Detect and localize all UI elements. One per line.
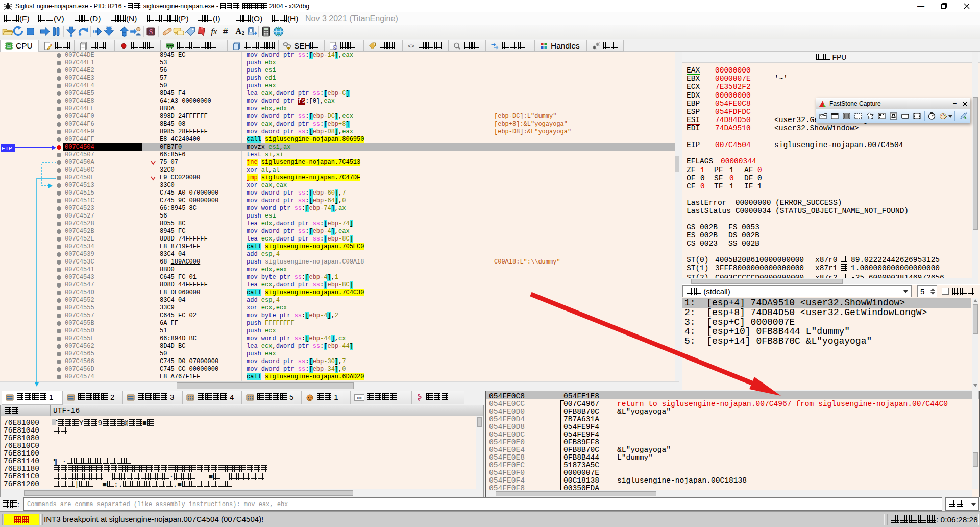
svg-text:x=: x= [357, 395, 362, 400]
svg-text:2: 2 [242, 30, 244, 36]
svg-text:!: ! [288, 47, 289, 50]
svg-text:?: ? [599, 42, 600, 44]
svg-text:S: S [149, 28, 153, 36]
svg-text:EIP: EIP [2, 145, 12, 152]
svg-text:32: 32 [7, 45, 10, 48]
svg-text:fx: fx [211, 27, 217, 36]
svg-text:A: A [235, 27, 241, 35]
svg-text:#: # [223, 26, 228, 36]
svg-text:<>: <> [408, 43, 414, 49]
